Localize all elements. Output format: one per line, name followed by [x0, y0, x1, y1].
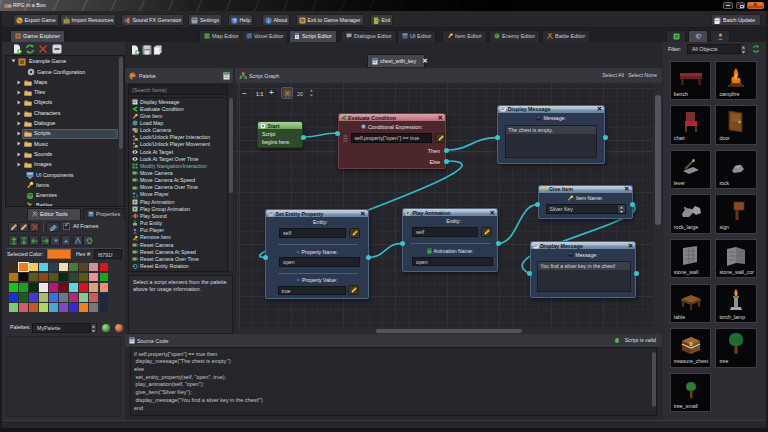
svg-text:i: i — [267, 17, 268, 23]
